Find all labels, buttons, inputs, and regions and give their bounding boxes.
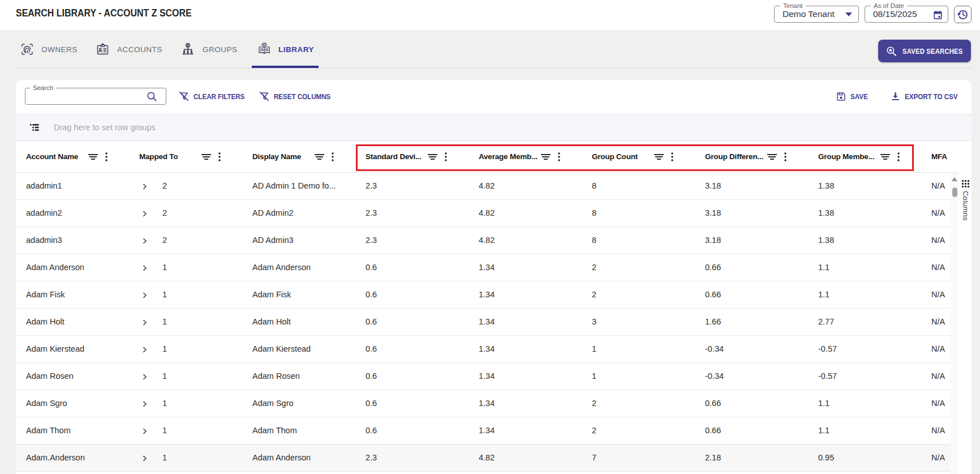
cell-group_diff: -0.34	[695, 336, 808, 362]
saved-searches-button[interactable]: SAVED SEARCHES	[878, 40, 971, 62]
tabs-bar: OWNERS ACCOUNTS	[0, 30, 980, 69]
table-row[interactable]: Adam Fisk1Adam Fisk0.61.3420.661.1N/A	[16, 281, 951, 309]
as-of-date-field[interactable]: As of Date 08/15/2025	[865, 6, 948, 23]
cell-display_name: Adam Fisk	[242, 281, 355, 308]
expand-row-chevron-icon[interactable]	[141, 428, 148, 434]
tab-library[interactable]: LIBRARY	[257, 41, 314, 58]
filter-lines-icon[interactable]	[315, 153, 324, 161]
cell-value: 1	[162, 281, 167, 308]
column-menu-kebab-icon[interactable]	[104, 152, 109, 161]
tab-label: ACCOUNTS	[117, 45, 162, 54]
scrollbar-thumb[interactable]	[952, 187, 957, 197]
save-button[interactable]: SAVE	[836, 88, 870, 105]
column-header-display_name[interactable]: Display Name	[242, 141, 355, 173]
tab-groups[interactable]: GROUPS	[180, 41, 238, 58]
cell-std_deviation: 2.3	[355, 200, 468, 227]
filter-lines-icon[interactable]	[880, 153, 890, 161]
expand-row-chevron-icon[interactable]	[141, 238, 148, 244]
expand-row-chevron-icon[interactable]	[141, 347, 148, 353]
tenant-select[interactable]: Tenant Demo Tenant	[774, 6, 859, 23]
filter-lines-icon[interactable]	[767, 153, 777, 161]
table-row[interactable]: Adam Sgro1Adam Sgro0.61.3420.661.1N/A	[16, 390, 951, 417]
expand-row-chevron-icon[interactable]	[141, 183, 148, 190]
tab-label: OWNERS	[41, 45, 78, 54]
table-row[interactable]: adadmin22AD Admin22.34.8283.181.38N/A	[16, 200, 951, 227]
expand-row-chevron-icon[interactable]	[141, 455, 148, 462]
table-row[interactable]: adadmin32AD Admin32.34.8283.181.38N/A	[16, 227, 951, 254]
column-menu-kebab-icon[interactable]	[896, 152, 901, 161]
grid-toolbar: Search CLEAR FILTERS	[16, 80, 972, 114]
save-label: SAVE	[850, 92, 868, 101]
tab-accounts[interactable]: ACCOUNTS	[96, 41, 162, 58]
calendar-icon[interactable]	[933, 10, 943, 20]
cell-avg_membership: 1.34	[468, 336, 582, 362]
column-menu-kebab-icon[interactable]	[670, 152, 674, 161]
column-header-group_memb[interactable]: Group Membe...	[808, 141, 921, 173]
cell-group_diff: 0.66	[695, 254, 808, 281]
cell-group_memb: 1.1	[808, 390, 921, 417]
column-menu-kebab-icon[interactable]	[444, 152, 448, 161]
table-row[interactable]: Adam Rosen1Adam Rosen0.61.341-0.34-0.57N…	[16, 363, 951, 390]
column-menu-kebab-icon[interactable]	[330, 152, 335, 161]
table-row[interactable]: Adam.Anderson1Adam Anderson2.34.8272.180…	[16, 445, 951, 472]
tab-owners[interactable]: OWNERS	[20, 41, 78, 58]
column-header-label: Display Name	[252, 141, 301, 173]
column-header-group_diff[interactable]: Group Differen...	[695, 141, 808, 173]
column-menu-kebab-icon[interactable]	[557, 152, 561, 161]
column-menu-kebab-icon[interactable]	[217, 152, 222, 161]
export-to-csv-button[interactable]: EXPORT TO CSV	[891, 88, 964, 105]
table-row[interactable]: Adam Thom1Adam Thom0.61.3420.661.1N/A	[16, 417, 951, 445]
cell-display_name: Adam Sgro	[242, 390, 355, 417]
cell-group_count: 2	[582, 417, 695, 444]
expand-row-chevron-icon[interactable]	[141, 374, 148, 380]
table-row[interactable]: Adam Anderson1Adam Anderson0.61.3420.661…	[16, 254, 951, 281]
scroll-up-arrow-icon[interactable]	[952, 177, 957, 181]
export-to-csv-label: EXPORT TO CSV	[905, 92, 958, 101]
column-header-group_count[interactable]: Group Count	[582, 141, 695, 173]
cell-mfa: N/A	[921, 363, 951, 390]
column-header-mapped_to[interactable]: Mapped To	[129, 141, 242, 173]
filter-lines-icon[interactable]	[428, 153, 437, 161]
cell-std_deviation: 0.6	[355, 281, 468, 308]
table-row[interactable]: Adam Holt1Adam Holt0.61.3431.662.77N/A	[16, 309, 951, 336]
expand-row-chevron-icon[interactable]	[141, 265, 148, 271]
clear-filters-button[interactable]: CLEAR FILTERS	[179, 88, 250, 105]
filter-lines-icon[interactable]	[201, 153, 211, 161]
expand-row-chevron-icon[interactable]	[141, 211, 148, 217]
vertical-scrollbar[interactable]	[951, 173, 958, 474]
table-row[interactable]: Adam Kierstead1Adam Kierstead0.61.341-0.…	[16, 336, 951, 363]
search-icon[interactable]	[147, 91, 157, 102]
cell-std_deviation: 0.6	[355, 309, 468, 335]
cell-mapped_to: 1	[129, 417, 242, 444]
cell-group_count: 7	[582, 445, 695, 471]
column-header-account_name[interactable]: Account Name	[16, 141, 129, 173]
column-header-mfa[interactable]: MFA	[921, 141, 951, 173]
cell-avg_membership: 1.34	[468, 254, 582, 281]
columns-panel-tab[interactable]: Columns	[962, 180, 973, 187]
search-input[interactable]	[32, 89, 145, 104]
cell-group_diff: 1.66	[695, 309, 808, 335]
table-row[interactable]: adadmin12AD Admin 1 Demo fo...2.34.8283.…	[16, 173, 951, 200]
cell-account_name: Adam Rosen	[16, 363, 129, 390]
column-header-avg_membership[interactable]: Average Memb...	[468, 141, 582, 173]
expand-row-chevron-icon[interactable]	[141, 292, 148, 298]
filter-lines-icon[interactable]	[541, 153, 551, 161]
cell-mfa: N/A	[921, 227, 951, 254]
clear-filters-label: CLEAR FILTERS	[194, 92, 244, 101]
cell-mfa: N/A	[921, 200, 951, 227]
tab-label: LIBRARY	[278, 45, 314, 54]
filter-lines-icon[interactable]	[654, 153, 664, 161]
column-menu-kebab-icon[interactable]	[783, 152, 788, 161]
cell-account_name: Adam Holt	[16, 309, 129, 335]
column-header-std_deviation[interactable]: Standard Devi...	[355, 141, 468, 173]
filter-lines-icon[interactable]	[88, 153, 98, 161]
cell-avg_membership: 1.34	[468, 281, 582, 308]
expand-row-chevron-icon[interactable]	[141, 319, 148, 326]
row-group-drop-panel[interactable]: Drag here to set row groups	[16, 114, 972, 141]
history-button[interactable]	[954, 6, 972, 23]
reset-columns-button[interactable]: RESET COLUMNS	[259, 88, 337, 105]
cell-group_memb: -0.57	[808, 336, 921, 362]
fingerprint-icon	[20, 42, 34, 56]
expand-row-chevron-icon[interactable]	[141, 401, 148, 407]
cell-mfa: N/A	[921, 173, 951, 199]
